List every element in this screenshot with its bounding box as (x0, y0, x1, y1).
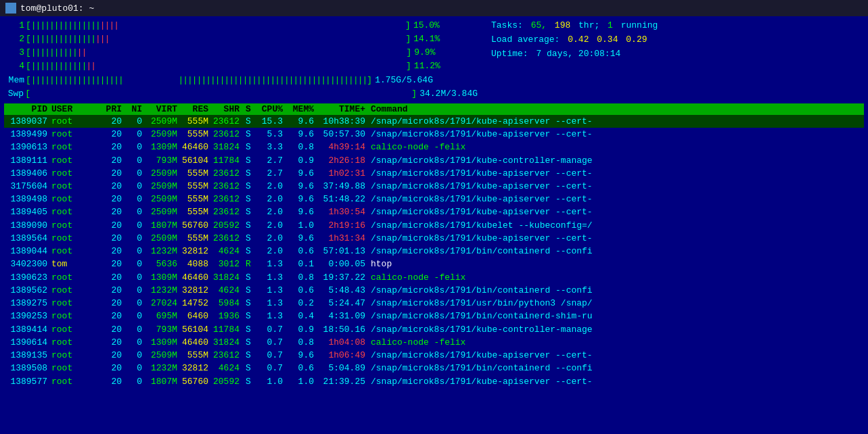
proc-pri: 20 (96, 154, 124, 167)
table-row[interactable]: 3402300 tom 20 0 5636 4088 3012 R 1.3 0.… (4, 258, 864, 270)
proc-virt: 2509M (145, 206, 180, 218)
table-row[interactable]: 1389405 root 20 0 2509M 555M 23612 S 2.0… (4, 206, 864, 218)
proc-cmd: /snap/microk8s/1791/kube-apiserver --cer… (369, 206, 864, 218)
proc-ni: 0 (124, 232, 145, 245)
proc-pri: 20 (96, 258, 124, 270)
cpu-bar-red-1: |||| (100, 19, 118, 32)
table-row[interactable]: 1389135 root 20 0 2509M 555M 23612 S 0.7… (4, 349, 864, 362)
proc-user: root (50, 232, 96, 245)
proc-mem: 9.6 (285, 115, 317, 128)
proc-pid: 1390613 (4, 141, 50, 153)
uptime-val: 7 days, 20:08:14 (536, 49, 620, 59)
proc-cpu: 3.3 (254, 141, 285, 153)
proc-pid: 1389562 (4, 284, 50, 297)
terminal-icon (5, 3, 16, 14)
table-row[interactable]: 1390614 root 20 0 1309M 46460 31824 S 0.… (4, 336, 864, 349)
proc-pri: 20 (96, 297, 124, 310)
table-row[interactable]: 1389499 root 20 0 2509M 555M 23612 S 5.3… (4, 128, 864, 141)
proc-ni: 0 (124, 154, 145, 167)
proc-time: 50:57.30 (317, 128, 369, 141)
proc-time: 51:48.22 (317, 193, 369, 206)
table-row[interactable]: 1389275 root 20 0 27024 14752 5984 S 1.3… (4, 297, 864, 310)
proc-pid: 1389037 (4, 115, 50, 128)
proc-pid: 1389498 (4, 193, 50, 206)
cpu-label-1: 1 (4, 19, 24, 32)
proc-shr: 23612 (211, 128, 242, 141)
table-row[interactable]: 1389414 root 20 0 793M 56104 11784 S 0.7… (4, 323, 864, 336)
table-row[interactable]: 1389111 root 20 0 793M 56104 11784 S 2.7… (4, 154, 864, 167)
proc-user: root (50, 323, 96, 336)
table-row[interactable]: 1390613 root 20 0 1309M 46460 31824 S 3.… (4, 141, 864, 153)
table-row[interactable]: 1389406 root 20 0 2509M 555M 23612 S 2.7… (4, 167, 864, 180)
proc-ni: 0 (124, 128, 145, 141)
proc-pid: 1390614 (4, 336, 50, 349)
proc-time: 10h38:39 (317, 115, 369, 128)
proc-s: S (242, 375, 254, 388)
proc-pri: 20 (96, 141, 124, 153)
table-row[interactable]: 1390253 root 20 0 695M 6460 1936 S 1.3 0… (4, 310, 864, 322)
table-row[interactable]: 1389577 root 20 0 1807M 56760 20592 S 1.… (4, 375, 864, 388)
header-pri: PRI (96, 104, 124, 114)
proc-cmd: /snap/microk8s/1791/kube-apiserver --cer… (369, 232, 864, 245)
table-row[interactable]: 1389044 root 20 0 1232M 32812 4624 S 2.0… (4, 245, 864, 258)
proc-cmd: /snap/microk8s/1791/kube-controller-mana… (369, 154, 864, 167)
tasks-val2: 198 (555, 20, 570, 30)
table-row[interactable]: 1389508 root 20 0 1232M 32812 4624 S 0.7… (4, 362, 864, 375)
proc-res: 6460 (180, 310, 211, 322)
proc-user: root (50, 349, 96, 362)
uptime-line: Uptime: 7 days, 20:08:14 (491, 47, 864, 62)
proc-shr: 23612 (211, 206, 242, 218)
cpu-pct-2: 14.1% (413, 32, 440, 46)
table-row[interactable]: 1389498 root 20 0 2509M 555M 23612 S 2.0… (4, 193, 864, 206)
proc-cpu: 0.7 (254, 349, 285, 362)
proc-cmd: /snap/microk8s/1791/kube-apiserver --cer… (369, 193, 864, 206)
proc-res: 56104 (180, 323, 211, 336)
cpu-meter-row-4: 4 [ |||||||||||||| ] 11.2% (4, 59, 478, 73)
proc-cpu: 15.3 (254, 115, 285, 128)
proc-shr: 31824 (211, 141, 242, 153)
proc-shr: 20592 (211, 219, 242, 232)
proc-time: 1h31:34 (317, 232, 369, 245)
proc-cpu: 2.0 (254, 193, 285, 206)
proc-ni: 0 (124, 141, 145, 153)
proc-user: root (50, 375, 96, 388)
load-label: Load average: (491, 34, 559, 45)
proc-mem: 9.6 (285, 167, 317, 180)
proc-virt: 1309M (145, 336, 180, 349)
proc-pid: 1389577 (4, 375, 50, 388)
proc-cmd: /snap/microk8s/1791/kube-apiserver --cer… (369, 167, 864, 180)
proc-virt: 2509M (145, 193, 180, 206)
proc-pri: 20 (96, 115, 124, 128)
mem-label: Mem (4, 74, 24, 87)
cpu-bar-red-3: || (77, 46, 87, 59)
table-row[interactable]: 1389090 root 20 0 1807M 56760 20592 S 2.… (4, 219, 864, 232)
proc-mem: 9.6 (285, 128, 317, 141)
proc-virt: 27024 (145, 297, 180, 310)
table-row[interactable]: 1390623 root 20 0 1309M 46460 31824 S 1.… (4, 271, 864, 284)
table-row[interactable]: 1389564 root 20 0 2509M 555M 23612 S 2.0… (4, 232, 864, 245)
proc-cmd: htop (369, 258, 864, 270)
proc-pid: 1389090 (4, 219, 50, 232)
proc-virt: 5636 (145, 258, 180, 270)
proc-pri: 20 (96, 219, 124, 232)
proc-pid: 1389508 (4, 362, 50, 375)
table-row[interactable]: 3175604 root 20 0 2509M 555M 23612 S 2.0… (4, 180, 864, 193)
proc-virt: 1309M (145, 271, 180, 284)
proc-time: 1h30:54 (317, 206, 369, 218)
proc-time: 4h39:14 (317, 141, 369, 153)
header-time: TIME+ (317, 104, 369, 114)
proc-shr: 31824 (211, 271, 242, 284)
load3: 0.29 (626, 34, 647, 45)
proc-virt: 2509M (145, 232, 180, 245)
proc-res: 56104 (180, 154, 211, 167)
table-row[interactable]: 1389037 root 20 0 2509M 555M 23612 S 15.… (4, 115, 864, 128)
proc-mem: 0.9 (285, 154, 317, 167)
proc-virt: 1232M (145, 284, 180, 297)
proc-user: root (50, 115, 96, 128)
proc-time: 18:50.16 (317, 323, 369, 336)
proc-shr: 3012 (211, 258, 242, 270)
table-row[interactable]: 1389562 root 20 0 1232M 32812 4624 S 1.3… (4, 284, 864, 297)
proc-cpu: 1.3 (254, 284, 285, 297)
cpu-bracket-close-4: ] (406, 59, 411, 73)
proc-res: 555M (180, 115, 211, 128)
